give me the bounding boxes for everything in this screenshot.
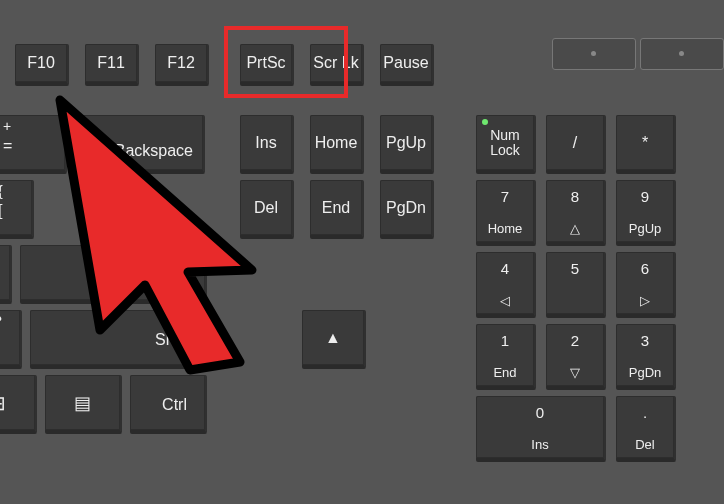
key-label: Enter [151, 266, 189, 284]
key-label: . [616, 404, 674, 421]
key-sublabel: { [0, 183, 3, 199]
windows-icon: ⊞ [0, 391, 6, 415]
key-sublabel: ▷ [616, 293, 674, 308]
numpad-5-key[interactable]: 5 [546, 252, 606, 318]
key-label: 1 [476, 332, 534, 349]
backspace-key[interactable]: Backspace [75, 115, 205, 174]
arrow-up-icon: ▲ [325, 329, 341, 347]
numpad-1-key[interactable]: 1 End [476, 324, 536, 390]
indicator-dot [679, 51, 684, 56]
key-label: = [3, 137, 12, 155]
numpad-9-key[interactable]: 9 PgUp [616, 180, 676, 246]
key-label: 8 [546, 188, 604, 205]
enter-key[interactable]: Enter [20, 245, 207, 304]
key-label: PgUp [386, 134, 426, 152]
menu-icon: ▤ [74, 392, 91, 414]
key-label: Num Lock [476, 128, 534, 158]
indicator-dot [591, 51, 596, 56]
key-label: 4 [476, 260, 534, 277]
numlock-key[interactable]: Num Lock [476, 115, 536, 174]
key-label: / [573, 134, 577, 152]
key-label: F11 [97, 54, 125, 72]
key-label: Home [315, 134, 358, 152]
key-label: PgDn [386, 199, 426, 217]
key-label: Ctrl [162, 396, 187, 414]
home-key[interactable]: Home [310, 115, 364, 174]
indicator-2 [640, 38, 724, 70]
del-key[interactable]: Del [240, 180, 294, 239]
key-label: 2 [546, 332, 604, 349]
numpad-6-key[interactable]: 6 ▷ [616, 252, 676, 318]
numpad-2-key[interactable]: 2 ▽ [546, 324, 606, 390]
numpad-3-key[interactable]: 3 PgDn [616, 324, 676, 390]
end-key[interactable]: End [310, 180, 364, 239]
f10-key[interactable]: F10 [15, 44, 69, 86]
bracket-open-key[interactable]: { [ [0, 180, 34, 239]
numpad-8-key[interactable]: 8 △ [546, 180, 606, 246]
pause-key[interactable]: Pause [380, 44, 434, 86]
key-sublabel: ▽ [546, 365, 604, 380]
equals-key[interactable]: + = [0, 115, 67, 174]
key-label: F10 [27, 54, 55, 72]
windows-key[interactable]: ⊞ [0, 375, 37, 434]
slash-key[interactable]: ? / [0, 310, 22, 369]
key-label: F12 [167, 54, 195, 72]
quote-key[interactable]: " [0, 245, 12, 304]
f11-key[interactable]: F11 [85, 44, 139, 86]
f12-key[interactable]: F12 [155, 44, 209, 86]
numlock-led-icon [482, 119, 488, 125]
key-label: Shift [155, 331, 187, 349]
key-sublabel: Ins [476, 437, 604, 452]
key-sublabel: Del [616, 437, 674, 452]
key-sublabel: △ [546, 221, 604, 236]
key-label: 9 [616, 188, 674, 205]
key-sublabel: ◁ [476, 293, 534, 308]
key-sublabel: PgDn [616, 365, 674, 380]
numpad-multiply-key[interactable]: * [616, 115, 676, 174]
numpad-0-key[interactable]: 0 Ins [476, 396, 606, 462]
numpad-4-key[interactable]: 4 ◁ [476, 252, 536, 318]
key-label: Del [254, 199, 278, 217]
keyboard: F10 F11 F12 PrtSc Scr Lk Pause + = Backs… [0, 0, 724, 504]
menu-key[interactable]: ▤ [45, 375, 122, 434]
numpad-7-key[interactable]: 7 Home [476, 180, 536, 246]
key-label: Pause [383, 54, 428, 72]
key-label: [ [0, 202, 2, 220]
pgdn-key[interactable]: PgDn [380, 180, 434, 239]
key-label: * [642, 134, 648, 152]
key-sublabel: End [476, 365, 534, 380]
key-label: End [322, 199, 350, 217]
numpad-dot-key[interactable]: . Del [616, 396, 676, 462]
indicator-1 [552, 38, 636, 70]
shift-key[interactable]: Shift [30, 310, 207, 369]
arrow-up-key[interactable]: ▲ [302, 310, 366, 369]
ctrl-key[interactable]: Ctrl [130, 375, 207, 434]
key-label: Backspace [115, 142, 193, 160]
key-sublabel: PgUp [616, 221, 674, 236]
key-label: Ins [255, 134, 276, 152]
highlight-box [224, 26, 348, 98]
key-sublabel: + [3, 118, 11, 134]
ins-key[interactable]: Ins [240, 115, 294, 174]
key-sublabel: Home [476, 221, 534, 236]
pgup-key[interactable]: PgUp [380, 115, 434, 174]
key-label: 7 [476, 188, 534, 205]
key-label: 3 [616, 332, 674, 349]
key-sublabel: ? [0, 313, 2, 329]
key-label: 0 [476, 404, 604, 421]
key-label: 6 [616, 260, 674, 277]
key-label: 5 [546, 260, 604, 277]
numpad-divide-key[interactable]: / [546, 115, 606, 174]
